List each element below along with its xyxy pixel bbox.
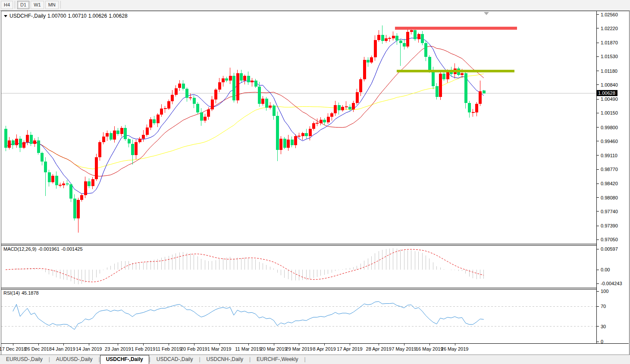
tab-usdcnhdaily[interactable]: USDCNH-,Daily bbox=[201, 355, 249, 364]
price-tick-label-tick bbox=[597, 99, 599, 100]
symbol-dropdown-icon[interactable] bbox=[4, 15, 7, 17]
tab-usdcaddaily[interactable]: USDCAD-,Daily bbox=[150, 355, 199, 364]
bar-high-value: 1.00710 bbox=[68, 13, 86, 19]
rsi-indicator-pane[interactable] bbox=[1, 289, 596, 343]
price-tick-label: 0.99110 bbox=[601, 153, 617, 158]
timeframe-toolbar: H4D1W1MN bbox=[0, 0, 630, 11]
chart-symbol-label: USDCHF-,Daily bbox=[9, 13, 46, 19]
macd-axis-max-tick bbox=[597, 249, 599, 249]
price-tick-label-tick bbox=[597, 211, 599, 212]
price-tick-label-tick bbox=[597, 14, 599, 15]
tab-usdchfdaily[interactable]: USDCHF-,Daily bbox=[100, 355, 149, 364]
bar-close-value: 1.00628 bbox=[109, 13, 127, 19]
date-tick bbox=[379, 344, 379, 345]
date-label: 20 Feb 2019 bbox=[181, 346, 207, 352]
timeframe-button-w1[interactable]: W1 bbox=[31, 1, 44, 9]
price-tick-label: 0.97050 bbox=[601, 237, 618, 242]
date-axis[interactable]: 17 Dec 201826 Dec 20184 Jan 201914 Jan 2… bbox=[1, 344, 629, 354]
date-label: 17 Apr 2019 bbox=[337, 346, 362, 352]
date-tick bbox=[274, 344, 274, 345]
support-line[interactable] bbox=[397, 70, 514, 72]
chart-title: USDCHF-,Daily1.007001.007101.006261.0062… bbox=[4, 13, 128, 19]
macd-axis-min-tick bbox=[597, 283, 599, 284]
macd-axis-zero-tick bbox=[597, 270, 599, 270]
date-tick bbox=[118, 344, 118, 345]
tab-separator: | bbox=[304, 355, 306, 362]
price-tick-label: 0.97740 bbox=[601, 209, 618, 214]
date-tick bbox=[248, 344, 249, 345]
chart-shift-marker-icon bbox=[484, 12, 489, 15]
date-tick bbox=[429, 344, 430, 345]
rsi-axis-label-tick bbox=[597, 291, 599, 292]
rsi-axis-label-tick bbox=[597, 306, 599, 307]
price-tick-label: 1.02220 bbox=[601, 26, 618, 31]
date-tick bbox=[169, 344, 169, 345]
date-tick bbox=[299, 344, 299, 345]
timeframe-button-h4[interactable]: H4 bbox=[1, 1, 13, 9]
price-tick-label-tick bbox=[597, 226, 599, 226]
date-label: 11 Mar 2019 bbox=[235, 346, 261, 352]
date-tick bbox=[404, 344, 404, 345]
toolbar-separator bbox=[15, 1, 15, 9]
mt4-window: H4D1W1MN USDCHF-,Daily1.007001.007101.00… bbox=[0, 0, 630, 364]
price-tick-label: 1.01180 bbox=[601, 68, 617, 74]
rsi-axis-label: 100 bbox=[601, 289, 608, 294]
date-label: 17 Dec 2018 bbox=[0, 346, 26, 352]
date-tick bbox=[13, 344, 13, 345]
macd-name: MACD(12,26,9) bbox=[3, 246, 36, 252]
price-tick-label: 1.01870 bbox=[601, 40, 618, 45]
date-tick bbox=[194, 344, 194, 345]
date-tick bbox=[143, 344, 144, 345]
date-tick bbox=[63, 344, 64, 345]
date-tick bbox=[219, 344, 220, 345]
date-tick bbox=[455, 344, 455, 345]
date-tick bbox=[38, 344, 39, 345]
price-tick-label-tick bbox=[597, 71, 599, 71]
price-tick-label: 0.99460 bbox=[601, 139, 618, 144]
date-label: 7 May 2019 bbox=[392, 346, 416, 352]
price-axis[interactable]: 1.025601.022201.018701.015301.011801.008… bbox=[596, 11, 629, 343]
macd-signal-value: -0.001425 bbox=[61, 246, 83, 252]
tab-eurusddaily[interactable]: EURUSD-,Daily bbox=[0, 355, 49, 364]
date-label: 28 Apr 2019 bbox=[366, 346, 392, 352]
timeframe-button-mn[interactable]: MN bbox=[45, 1, 59, 9]
price-tick-label: 0.97390 bbox=[601, 223, 618, 228]
rsi-axis-label: 30 bbox=[601, 324, 606, 329]
price-tick-label: 1.02560 bbox=[601, 12, 618, 17]
price-tick-label-tick bbox=[597, 127, 599, 128]
rsi-name: RSI(14) bbox=[3, 290, 20, 296]
price-tick-label-tick bbox=[597, 184, 599, 184]
price-tick-label-tick bbox=[597, 141, 599, 141]
date-label: 23 Jan 2019 bbox=[105, 346, 131, 352]
date-label: 26 May 2019 bbox=[441, 346, 469, 352]
tab-eurchfweekly[interactable]: EURCHF-,Weekly bbox=[251, 355, 304, 364]
date-tick bbox=[350, 344, 350, 345]
macd-axis-max: 0.00597 bbox=[601, 246, 618, 252]
timeframe-button-d1[interactable]: D1 bbox=[17, 1, 29, 9]
date-label: 20 Mar 2019 bbox=[260, 346, 287, 352]
tab-audusddaily[interactable]: AUDUSD-,Daily bbox=[50, 355, 99, 364]
price-tick-label: 0.99800 bbox=[601, 125, 618, 130]
chart-tab-bar: EURUSD-,Daily|AUDUSD-,Daily|USDCHF-,Dail… bbox=[0, 355, 630, 364]
price-tick-label-tick bbox=[597, 84, 599, 85]
rsi-axis-label-tick bbox=[597, 342, 599, 342]
bar-low-value: 1.00626 bbox=[88, 13, 107, 19]
macd-axis-zero: 0.00 bbox=[601, 267, 610, 272]
date-label: 1 Feb 2019 bbox=[131, 346, 155, 352]
price-tick-label-tick bbox=[597, 43, 599, 43]
macd-axis-min: -0.004243 bbox=[601, 281, 622, 286]
price-tick-label-tick bbox=[597, 197, 599, 198]
price-chart-pane[interactable] bbox=[1, 11, 596, 244]
macd-indicator-pane[interactable] bbox=[1, 246, 596, 288]
rsi-axis-label-tick bbox=[597, 326, 599, 327]
date-label: 11 Feb 2019 bbox=[156, 346, 182, 352]
resistance-line[interactable] bbox=[395, 27, 517, 30]
current-price-label: 1.00628 bbox=[597, 90, 617, 96]
price-tick-label-tick bbox=[597, 155, 599, 156]
macd-histogram bbox=[6, 248, 484, 284]
price-tick-label: 1.00840 bbox=[601, 82, 618, 87]
toolbar-separator bbox=[60, 1, 61, 9]
price-tick-label-tick bbox=[597, 28, 599, 28]
date-label: 26 Dec 2018 bbox=[25, 346, 51, 352]
date-tick bbox=[89, 344, 89, 345]
